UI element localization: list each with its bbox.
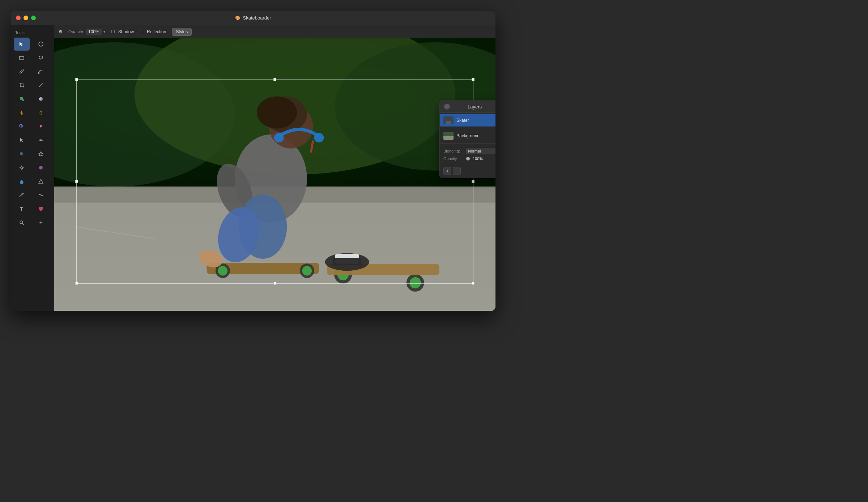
layer-item-background[interactable]: Background ✓	[440, 130, 495, 142]
reflection-label: Reflection	[147, 29, 166, 34]
add-layer-button[interactable]: +	[443, 167, 451, 175]
blur-sharpen-tool[interactable]	[33, 161, 49, 174]
close-button[interactable]	[16, 16, 21, 20]
paint-bucket-tool[interactable]	[14, 93, 30, 106]
styles-button[interactable]: Styles	[172, 28, 192, 36]
pen-select-tool[interactable]	[33, 38, 49, 51]
window-title: Skateboarder	[243, 15, 271, 21]
layer-opacity-label: Opacity:	[443, 156, 463, 161]
handle-bottom-middle[interactable]	[273, 282, 276, 285]
dodge-tool[interactable]	[33, 106, 49, 119]
canvas-area[interactable]	[54, 38, 495, 311]
path-tool[interactable]	[33, 65, 49, 78]
rect-select-tool[interactable]	[14, 51, 30, 64]
layer-thumbnail-background	[443, 132, 454, 140]
tools-grid: T	[11, 38, 54, 229]
thumb-bg-image	[443, 132, 454, 140]
svg-line-26	[22, 193, 23, 194]
title-bar-title: 🎨 Skateboarder	[235, 15, 271, 21]
blending-row: Blending: Normal Multiply Screen Overlay…	[443, 147, 495, 155]
svg-line-25	[21, 194, 22, 195]
lasso-tool[interactable]	[33, 51, 49, 64]
title-icon: 🎨	[235, 16, 241, 21]
text-tool[interactable]: T	[14, 202, 30, 215]
favorite-tool[interactable]	[33, 202, 49, 215]
zoom-tool[interactable]	[14, 216, 30, 229]
svg-rect-8	[22, 99, 24, 101]
ruler-tool[interactable]	[14, 189, 30, 202]
svg-point-16	[21, 167, 23, 169]
smudge-tool[interactable]	[33, 134, 49, 147]
svg-marker-22	[39, 179, 43, 183]
svg-line-28	[22, 223, 24, 225]
gradient-tool[interactable]	[33, 93, 49, 106]
selection-box	[76, 79, 473, 284]
opacity-control[interactable]: Opacity: 100% ▾	[68, 29, 105, 35]
star-magic-tool[interactable]	[33, 216, 49, 229]
tools-label: Tools	[11, 29, 54, 38]
shadow-label: Shadow	[118, 29, 134, 34]
svg-rect-61	[446, 121, 451, 124]
svg-point-2	[39, 56, 43, 59]
svg-rect-1	[20, 56, 24, 59]
handle-middle-left[interactable]	[75, 180, 78, 183]
eye-dropper-tool[interactable]	[14, 161, 30, 174]
layer-opacity-indicator	[466, 157, 470, 160]
line-draw-tool[interactable]	[33, 79, 49, 92]
burn-tool[interactable]	[14, 106, 30, 119]
opacity-value: 100%	[86, 29, 102, 35]
settings-icon: ⚙	[59, 29, 63, 34]
blending-select[interactable]: Normal Multiply Screen Overlay	[466, 148, 495, 154]
handle-middle-right[interactable]	[472, 180, 475, 183]
svg-point-13	[20, 152, 23, 155]
svg-point-60	[447, 117, 450, 121]
tools-panel: Tools	[11, 25, 54, 311]
layers-footer: Blending: Normal Multiply Screen Overlay…	[440, 143, 495, 165]
arrow-tool[interactable]	[14, 38, 30, 51]
svg-point-12	[21, 125, 23, 128]
minimize-button[interactable]	[24, 16, 28, 20]
window-controls	[16, 16, 36, 20]
layer-thumbnail-skater	[443, 116, 454, 124]
handle-bottom-left[interactable]	[75, 282, 78, 285]
layers-close-icon: ✕	[446, 105, 448, 108]
shadow-cast-tool[interactable]	[14, 147, 30, 160]
handle-top-middle[interactable]	[273, 78, 276, 81]
select-arrow2-tool[interactable]	[14, 134, 30, 147]
opacity-label: Opacity:	[68, 29, 84, 34]
layers-actions: + − ⚙ ▾	[440, 165, 495, 178]
handle-top-right[interactable]	[472, 78, 475, 81]
clone-stamp-tool[interactable]	[14, 120, 30, 133]
thumb-skater-image	[443, 116, 454, 124]
reflection-toggle[interactable]: ☐ Reflection	[140, 29, 166, 34]
handle-bottom-right[interactable]	[472, 282, 475, 285]
light-tool[interactable]	[33, 147, 49, 160]
svg-rect-63	[443, 136, 454, 140]
layers-close-button[interactable]: ✕	[444, 104, 450, 110]
heal-tool[interactable]	[33, 120, 49, 133]
pencil-tool[interactable]	[14, 65, 30, 78]
svg-point-27	[20, 221, 23, 224]
svg-marker-15	[39, 152, 43, 156]
handle-top-left[interactable]	[75, 78, 78, 81]
blending-select-wrapper[interactable]: Normal Multiply Screen Overlay ▾	[466, 148, 495, 154]
opacity-dropdown-arrow[interactable]: ▾	[103, 30, 105, 34]
layer-name-skater: Skater	[456, 118, 495, 123]
svg-marker-0	[20, 42, 23, 46]
crop-tool[interactable]	[14, 79, 30, 92]
layers-header: ✕ Layers	[440, 101, 495, 113]
blending-label: Blending:	[443, 149, 463, 153]
maximize-button[interactable]	[31, 16, 36, 20]
layer-name-background: Background	[456, 133, 495, 138]
layers-divider	[440, 128, 495, 128]
settings-icon-item[interactable]: ⚙	[59, 29, 63, 34]
layer-item-skater[interactable]: Skater ✓	[440, 114, 495, 126]
triangle-tool[interactable]	[33, 175, 49, 188]
remove-layer-button[interactable]: −	[453, 167, 461, 175]
svg-line-6	[39, 83, 43, 87]
wave-tool[interactable]	[33, 189, 49, 202]
layer-opacity-row: Opacity: 100%	[443, 155, 495, 162]
shadow-toggle[interactable]: ☐ Shadow	[111, 29, 134, 34]
layers-title: Layers	[468, 104, 482, 110]
water-drop-tool[interactable]	[14, 175, 30, 188]
